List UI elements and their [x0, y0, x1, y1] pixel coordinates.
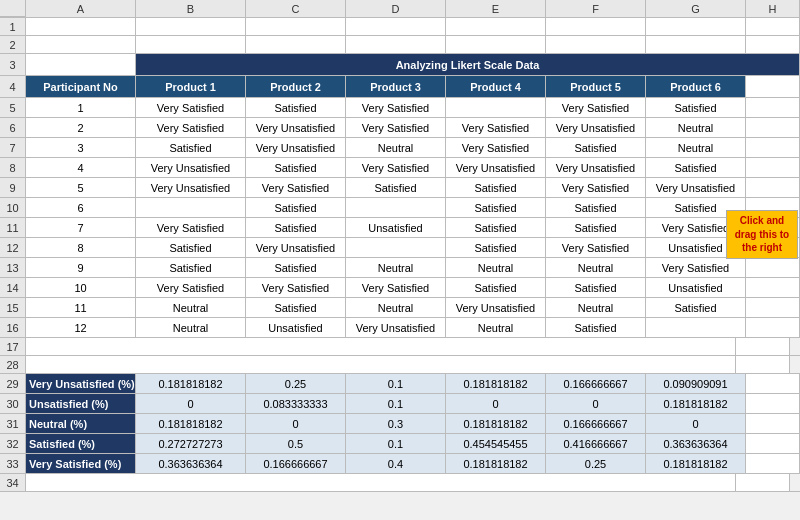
data-row-9: 9 5 Very Unsatisfied Very Satisfied Sati… — [0, 178, 800, 198]
r5-p3: Very Satisfied — [346, 98, 446, 117]
gap-rows: 17 28 — [0, 338, 800, 374]
col-header-e: E — [446, 0, 546, 17]
rownum-2: 2 — [0, 36, 26, 53]
row-2: 2 — [0, 36, 800, 54]
cell-2g — [546, 36, 646, 53]
cell-2e — [346, 36, 446, 53]
cell-1e — [346, 18, 446, 35]
header-p6: Product 6 — [646, 76, 746, 97]
cell-2f — [446, 36, 546, 53]
corner-cell — [0, 0, 26, 17]
cell-1d — [246, 18, 346, 35]
r5-p4 — [446, 98, 546, 117]
cell-2h — [646, 36, 746, 53]
stats-row-31: 31 Neutral (%) 0.181818182 0 0.3 0.18181… — [0, 414, 800, 434]
col-header-f: F — [546, 0, 646, 17]
header-p4: Product 4 — [446, 76, 546, 97]
data-row-15: 15 11 Neutral Satisfied Neutral Very Uns… — [0, 298, 800, 318]
column-header-row: A B C D E F G H I — [0, 0, 800, 18]
col-header-d: D — [346, 0, 446, 17]
rownum-5: 5 — [0, 98, 26, 117]
data-row-5: 5 1 Very Satisfied Satisfied Very Satisf… — [0, 98, 800, 118]
cell-1f — [446, 18, 546, 35]
col-header-h: H — [746, 0, 800, 17]
data-row-6: 6 2 Very Satisfied Very Unsatisfied Very… — [0, 118, 800, 138]
col-header-c: C — [246, 0, 346, 17]
cell-2d — [246, 36, 346, 53]
r5-p5: Very Satisfied — [546, 98, 646, 117]
rownum-1: 1 — [0, 18, 26, 35]
stats-row-30: 30 Unsatisfied (%) 0 0.083333333 0.1 0 0… — [0, 394, 800, 414]
cell-1i — [746, 18, 800, 35]
cell-1b — [26, 18, 136, 35]
col-header-g: G — [646, 0, 746, 17]
data-row-8: 8 4 Very Unsatisfied Satisfied Very Sati… — [0, 158, 800, 178]
cell-1h — [646, 18, 746, 35]
grid-container: 1 2 — [0, 18, 800, 520]
data-row-16: 16 12 Neutral Unsatisfied Very Unsatisfi… — [0, 318, 800, 338]
title-cell: Analyzing Likert Scale Data — [136, 54, 800, 75]
data-row-13: 13 9 Satisfied Satisfied Neutral Neutral… — [0, 258, 800, 278]
row-3: 3 Analyzing Likert Scale Data — [0, 54, 800, 76]
stats-row-32: 32 Satisfied (%) 0.272727273 0.5 0.1 0.4… — [0, 434, 800, 454]
row-34: 34 — [0, 474, 800, 492]
header-p1: Product 1 — [136, 76, 246, 97]
r5-p2: Satisfied — [246, 98, 346, 117]
data-row-7: 7 3 Satisfied Very Unsatisfied Neutral V… — [0, 138, 800, 158]
stats-row-33: 33 Very Satisfied (%) 0.363636364 0.1666… — [0, 454, 800, 474]
data-row-11: 11 7 Very Satisfied Satisfied Unsatisfie… — [0, 218, 800, 238]
r5-p6: Satisfied — [646, 98, 746, 117]
row-1: 1 — [0, 18, 800, 36]
grid-body: 1 2 — [0, 18, 800, 492]
cell-1c — [136, 18, 246, 35]
col-header-a: A — [26, 0, 136, 17]
cell-4i — [746, 76, 800, 97]
drag-tooltip[interactable]: Click and drag this to the right — [726, 210, 798, 259]
r5-num: 1 — [26, 98, 136, 117]
spreadsheet: A B C D E F G H I 1 2 — [0, 0, 800, 520]
data-row-12: 12 8 Satisfied Very Unsatisfied Satisfie… — [0, 238, 800, 258]
header-p3: Product 3 — [346, 76, 446, 97]
rownum-3: 3 — [0, 54, 26, 75]
header-p5: Product 5 — [546, 76, 646, 97]
r5-p1: Very Satisfied — [136, 98, 246, 117]
cell-1g — [546, 18, 646, 35]
rownum-4: 4 — [0, 76, 26, 97]
cell-2b — [26, 36, 136, 53]
row-4: 4 Participant No Product 1 Product 2 Pro… — [0, 76, 800, 98]
cell-2i — [746, 36, 800, 53]
cell-2c — [136, 36, 246, 53]
header-participant: Participant No — [26, 76, 136, 97]
data-row-10: 10 6 Satisfied Satisfied Satisfied Satis… — [0, 198, 800, 218]
stats-row-29: 29 Very Unsatisfied (%) 0.181818182 0.25… — [0, 374, 800, 394]
header-p2: Product 2 — [246, 76, 346, 97]
col-header-b: B — [136, 0, 246, 17]
data-row-14: 14 10 Very Satisfied Very Satisfied Very… — [0, 278, 800, 298]
cell-3b — [26, 54, 136, 75]
